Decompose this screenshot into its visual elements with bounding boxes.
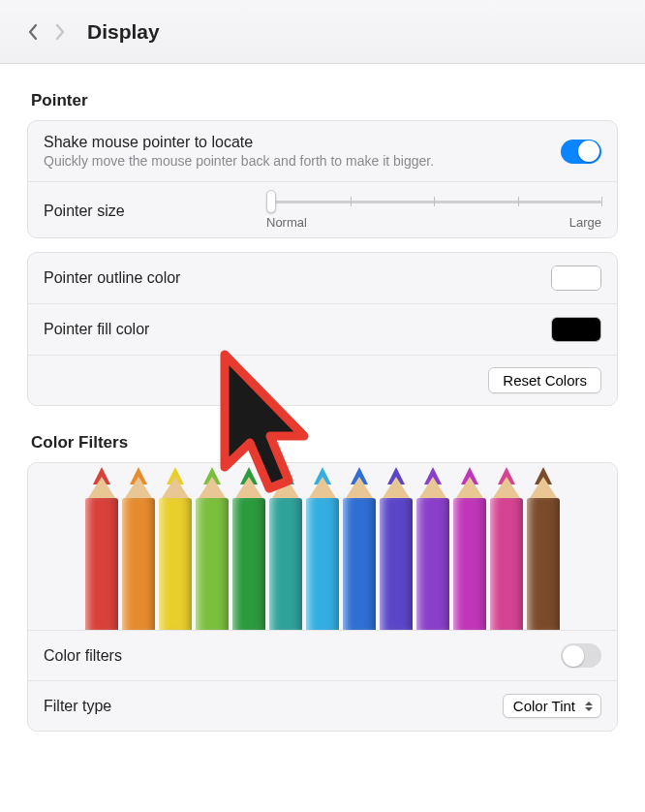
color-filters-panel: Color filters Filter type Color Tint <box>27 462 618 732</box>
switch-knob <box>563 645 584 667</box>
pencil <box>157 467 194 630</box>
shake-row: Shake mouse pointer to locate Quickly mo… <box>28 121 617 181</box>
color-filters-toggle[interactable] <box>561 643 601 668</box>
filter-type-label: Filter type <box>44 698 111 715</box>
pencil <box>304 467 341 630</box>
outline-color-swatch <box>552 266 600 290</box>
pencil <box>230 467 267 630</box>
filter-type-row: Filter type Color Tint <box>28 681 617 731</box>
chevron-right-icon <box>54 23 66 41</box>
pencil <box>525 467 562 630</box>
pencil <box>120 467 157 630</box>
back-button[interactable] <box>19 18 46 46</box>
pencil <box>415 467 451 630</box>
shake-sublabel: Quickly move the mouse pointer back and … <box>44 153 434 169</box>
slider-max-label: Large <box>569 215 601 230</box>
outline-color-label: Pointer outline color <box>44 269 180 287</box>
outline-color-row: Pointer outline color <box>28 253 617 303</box>
shake-toggle[interactable] <box>561 140 601 164</box>
toolbar: Display <box>0 0 645 64</box>
slider-min-label: Normal <box>266 215 307 230</box>
reset-colors-button[interactable]: Reset Colors <box>488 367 601 393</box>
pencil <box>378 467 415 630</box>
filter-type-select[interactable]: Color Tint <box>503 694 601 718</box>
chevron-updown-icon <box>581 702 597 711</box>
pencil <box>194 467 230 630</box>
fill-color-swatch <box>552 318 600 341</box>
pointer-size-slider[interactable] <box>266 192 601 211</box>
filter-type-value: Color Tint <box>513 698 575 714</box>
forward-button[interactable] <box>46 18 74 46</box>
shake-label: Shake mouse pointer to locate <box>44 134 434 151</box>
color-filters-label: Color filters <box>44 647 122 665</box>
pointer-size-row: Pointer size Normal Large <box>28 182 617 237</box>
pointer-size-label: Pointer size <box>44 203 266 220</box>
pencil <box>451 467 488 630</box>
fill-color-label: Pointer fill color <box>44 321 149 338</box>
page-title: Display <box>87 20 160 44</box>
pointer-color-panel: Pointer outline color Pointer fill color… <box>27 252 618 406</box>
chevron-left-icon <box>27 23 39 41</box>
pencil <box>83 467 120 630</box>
switch-knob <box>578 141 599 162</box>
pointer-panel: Shake mouse pointer to locate Quickly mo… <box>27 120 618 238</box>
pencil <box>488 467 525 630</box>
color-filters-enable-row: Color filters <box>28 631 617 680</box>
pencils-preview <box>28 463 617 630</box>
section-header-color-filters: Color Filters <box>31 433 618 453</box>
fill-color-well[interactable] <box>551 317 601 342</box>
pencil <box>341 467 378 630</box>
section-header-pointer: Pointer <box>31 91 618 110</box>
pencil <box>267 467 304 630</box>
fill-color-row: Pointer fill color <box>28 304 617 355</box>
outline-color-well[interactable] <box>551 265 601 291</box>
slider-thumb[interactable] <box>266 190 276 213</box>
